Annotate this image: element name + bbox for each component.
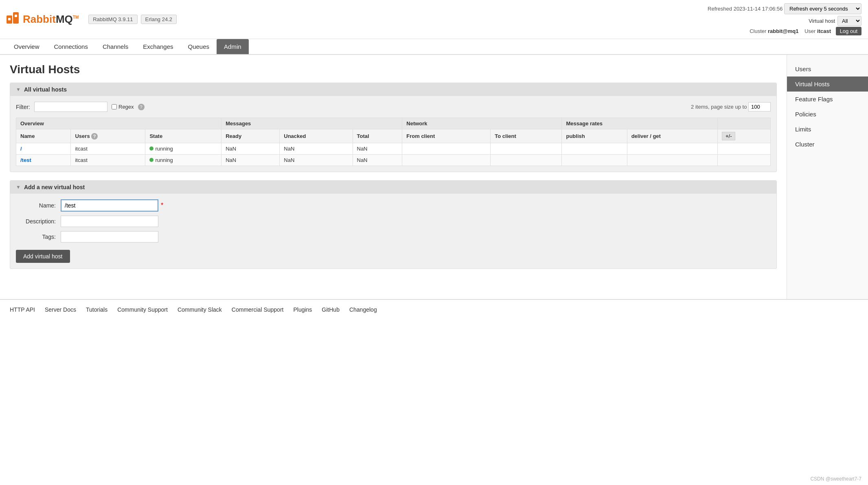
refresh-select[interactable]: No refreshRefresh every 5 secondsRefresh… (784, 3, 861, 14)
vhost-ready-cell: NaN (221, 143, 280, 155)
page-size-input[interactable] (748, 102, 771, 111)
regex-help-icon[interactable]: ? (138, 104, 145, 110)
sidebar-item-limits[interactable]: Limits (787, 122, 868, 137)
tags-form-row: Tags: (16, 231, 771, 242)
page-size-text: 2 items, page size up to (691, 104, 747, 110)
nav-channels[interactable]: Channels (95, 39, 136, 54)
col-header-deliver-get: deliver / get (627, 129, 717, 143)
vhost-name-link-root[interactable]: / (20, 146, 22, 152)
refreshed-text: Refreshed 2023-11-14 17:06:56 (708, 6, 783, 12)
col-group-overview: Overview (16, 118, 221, 129)
description-form-label: Description: (16, 218, 61, 225)
vhost-users-cell: itcast (71, 143, 145, 155)
footer-plugins[interactable]: Plugins (293, 306, 312, 313)
required-star: * (161, 202, 163, 209)
vhost-actions-cell (717, 155, 770, 166)
regex-text: Regex (118, 104, 134, 110)
add-vhost-button[interactable]: Add virtual host (16, 250, 70, 263)
col-group-plusminus (717, 118, 770, 129)
col-header-users: Users ? (71, 129, 145, 143)
footer-commercial-support[interactable]: Commercial Support (232, 306, 284, 313)
vhost-deliver-get-cell (627, 155, 717, 166)
all-vhosts-section-header[interactable]: ▼ All virtual hosts (10, 83, 776, 96)
vhost-actions-cell (717, 143, 770, 155)
vhost-from-client-cell (402, 155, 491, 166)
page-size-info: 2 items, page size up to (691, 102, 771, 111)
col-header-plusminus[interactable]: +/- (717, 129, 770, 143)
main-container: Virtual Hosts ▼ All virtual hosts Filter… (0, 55, 868, 299)
filter-label: Filter: (16, 104, 30, 110)
sidebar-item-feature-flags[interactable]: Feature Flags (787, 92, 868, 107)
svg-rect-1 (13, 12, 19, 24)
all-virtual-hosts-section: ▼ All virtual hosts Filter: Regex ? 2 it… (10, 83, 777, 172)
vhost-row: Virtual host All//test (708, 16, 861, 26)
filter-input[interactable] (34, 102, 107, 112)
footer-tutorials[interactable]: Tutorials (86, 306, 107, 313)
nav-queues[interactable]: Queues (181, 39, 217, 54)
footer: HTTP API Server Docs Tutorials Community… (0, 299, 868, 319)
nav-connections[interactable]: Connections (47, 39, 95, 54)
vhost-state-cell: running (145, 143, 221, 155)
col-header-name: Name (16, 129, 71, 143)
col-group-network: Network (402, 118, 562, 129)
vhost-name-link-test[interactable]: /test (20, 157, 31, 163)
vhost-publish-cell (562, 143, 627, 155)
footer-server-docs[interactable]: Server Docs (45, 306, 76, 313)
name-form-row: Name: * (16, 199, 771, 212)
table-row: / itcast running NaN NaN NaN (16, 143, 771, 155)
footer-community-slack[interactable]: Community Slack (178, 306, 222, 313)
footer-http-api[interactable]: HTTP API (10, 306, 35, 313)
vhost-users-cell: itcast (71, 155, 145, 166)
col-header-to-client: To client (491, 129, 562, 143)
logo-rabbit: Rabbit (23, 13, 56, 25)
cluster-label: Cluster (750, 28, 766, 34)
table-row: /test itcast running NaN NaN NaN (16, 155, 771, 166)
vhost-from-client-cell (402, 143, 491, 155)
nav-overview[interactable]: Overview (7, 39, 47, 54)
users-help-icon[interactable]: ? (91, 133, 98, 140)
header-right: Refreshed 2023-11-14 17:06:56 No refresh… (708, 3, 861, 35)
col-header-state: State (145, 129, 221, 143)
refresh-info: Refreshed 2023-11-14 17:06:56 No refresh… (708, 3, 861, 14)
col-group-messages: Messages (221, 118, 402, 129)
footer-changelog[interactable]: Changelog (349, 306, 377, 313)
add-section-label: Add a new virtual host (24, 184, 85, 190)
vhost-state-cell: running (145, 155, 221, 166)
cluster-user-row: Cluster rabbit@mq1 User itcast Log out (708, 27, 861, 35)
header: RabbitMQTM RabbitMQ 3.9.11 Erlang 24.2 R… (0, 0, 868, 39)
sidebar-item-users[interactable]: Users (787, 61, 868, 76)
nav-exchanges[interactable]: Exchanges (136, 39, 180, 54)
col-header-publish: publish (562, 129, 627, 143)
sidebar-item-cluster[interactable]: Cluster (787, 137, 868, 152)
vhost-total-cell: NaN (353, 143, 402, 155)
all-vhosts-section-label: All virtual hosts (24, 86, 67, 93)
vhost-name-cell: / (16, 143, 71, 155)
sidebar-item-policies[interactable]: Policies (787, 107, 868, 122)
main-nav: Overview Connections Channels Exchanges … (0, 39, 868, 55)
vhost-unacked-cell: NaN (280, 143, 353, 155)
cluster-value: rabbit@mq1 (768, 28, 799, 34)
section-collapse-arrow: ▼ (16, 87, 21, 92)
vhost-unacked-cell: NaN (280, 155, 353, 166)
logout-button[interactable]: Log out (836, 27, 861, 35)
sidebar-item-virtual-hosts[interactable]: Virtual Hosts (787, 76, 868, 92)
footer-community-support[interactable]: Community Support (117, 306, 168, 313)
col-header-from-client: From client (402, 129, 491, 143)
regex-label[interactable]: Regex (112, 104, 134, 110)
plusminus-button[interactable]: +/- (722, 132, 736, 140)
logo: RabbitMQTM (7, 12, 79, 27)
vhost-name-input[interactable] (61, 199, 158, 212)
nav-admin[interactable]: Admin (217, 39, 249, 54)
col-header-total: Total (353, 129, 402, 143)
vhost-to-client-cell (491, 155, 562, 166)
name-form-label: Name: (16, 202, 61, 209)
add-vhost-section-header[interactable]: ▼ Add a new virtual host (10, 181, 776, 194)
vhost-select[interactable]: All//test (837, 16, 861, 26)
logo-tm: TM (73, 15, 79, 20)
vhost-tags-input[interactable] (61, 231, 158, 242)
footer-github[interactable]: GitHub (322, 306, 340, 313)
col-group-message-rates: Message rates (562, 118, 717, 129)
regex-checkbox[interactable] (112, 104, 117, 109)
vhost-description-input[interactable] (61, 216, 158, 227)
svg-rect-2 (8, 18, 11, 20)
